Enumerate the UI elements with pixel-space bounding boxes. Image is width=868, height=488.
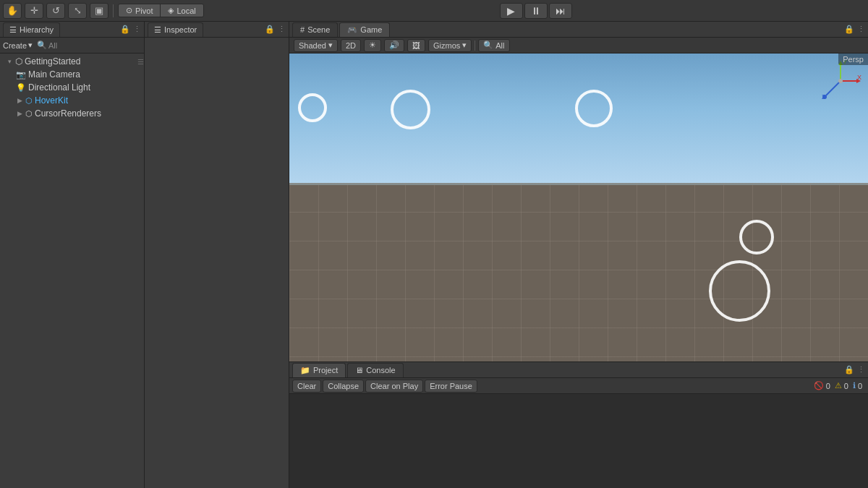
scene-viewport[interactable]: Y X Z Persp: [289, 53, 868, 361]
cursor-renderers-label: CursorRenderers: [35, 108, 101, 119]
top-toolbar: ✋ ✛ ↺ ⤡ ▣ ⊙ Pivot ◈ Local ▶ ⏸ ⏭: [0, 0, 868, 22]
2d-btn[interactable]: 2D: [341, 39, 361, 52]
scene-lock-icon[interactable]: 🔒: [844, 25, 854, 34]
project-tab-label: Project: [313, 366, 338, 374]
inspector-menu-icon: ☰: [154, 25, 161, 35]
clear-button[interactable]: Clear: [292, 380, 321, 393]
hierarchy-lock-icon[interactable]: 🔒: [120, 25, 130, 34]
camera-icon: 📷: [16, 70, 26, 80]
hierarchy-toolbar: Create ▾ 🔍 All: [0, 38, 144, 53]
axis-gizmo: Y X Z: [819, 59, 862, 105]
hierarchy-tab-label: Hierarchy: [20, 25, 54, 34]
collapse-button[interactable]: Collapse: [323, 380, 364, 393]
scene-icon: ⬡: [15, 56, 22, 67]
error-icon: 🚫: [814, 381, 824, 390]
hierarchy-tab-actions: 🔒 ⋮: [120, 25, 141, 34]
scene-toolbar-sep: [475, 40, 475, 51]
pivot-label: Pivot: [135, 7, 153, 15]
audio-btn[interactable]: 🔊: [384, 39, 404, 52]
image-effects-btn[interactable]: 🖼: [407, 39, 425, 52]
search-scene-btn[interactable]: 🔍 All: [478, 39, 509, 52]
console-counts: 🚫 0 ⚠ 0 ℹ 0: [814, 381, 865, 390]
warning-icon: ⚠: [835, 381, 842, 390]
hierarchy-more-icon[interactable]: ⋮: [133, 25, 141, 34]
hierarchy-scene-root[interactable]: ▾ ⬡ GettingStarted ☰: [0, 55, 144, 68]
inspector-panel: ☰ Inspector 🔒 ⋮: [145, 22, 289, 488]
rect-tool-btn[interactable]: ▣: [90, 3, 109, 19]
gizmos-btn[interactable]: Gizmos ▾: [428, 39, 472, 52]
hierarchy-tab[interactable]: ☰ Hierarchy: [3, 22, 60, 37]
pause-button[interactable]: ⏸: [524, 3, 548, 19]
bottom-lock-icon[interactable]: 🔒: [844, 365, 854, 374]
hierarchy-item-hoverkit[interactable]: ▶ ⬡ HoverKit: [0, 94, 144, 107]
create-label: Create: [3, 41, 27, 50]
move-tool-btn[interactable]: ✛: [25, 3, 43, 19]
local-btn[interactable]: ◈ Local: [161, 4, 203, 17]
hierarchy-item-main-camera[interactable]: 📷 Main Camera: [0, 68, 144, 81]
ring-3: [575, 90, 613, 127]
pivot-btn[interactable]: ⊙ Pivot: [119, 4, 161, 17]
gizmos-dropdown-icon: ▾: [462, 40, 467, 50]
error-pause-button[interactable]: Error Pause: [425, 380, 477, 393]
2d-label: 2D: [346, 41, 356, 50]
inspector-tab[interactable]: ☰ Inspector: [148, 22, 203, 37]
lighting-btn[interactable]: ☀: [364, 39, 381, 52]
search-scene-icon: 🔍: [483, 40, 493, 50]
inspector-lock-icon[interactable]: 🔒: [265, 25, 275, 34]
hand-tool-btn[interactable]: ✋: [3, 3, 22, 19]
shading-label: Shaded: [299, 41, 326, 50]
game-tab-label: Game: [360, 25, 382, 34]
scene-game-area: # Scene 🎮 Game 🔒 ⋮ Shaded ▾: [289, 22, 868, 361]
play-button[interactable]: ▶: [500, 3, 523, 19]
sun-icon: ☀: [369, 40, 376, 50]
inspector-tab-actions: 🔒 ⋮: [265, 25, 286, 34]
sky-background: [289, 53, 868, 192]
error-count-value: 0: [826, 382, 830, 390]
hierarchy-item-cursor-renderers[interactable]: ▶ ⬡ CursorRenderers: [0, 107, 144, 120]
game-tab[interactable]: 🎮 Game: [339, 22, 390, 37]
main-layout: ☰ Hierarchy 🔒 ⋮ Create ▾ 🔍 All ▾ ⬡: [0, 22, 868, 488]
bottom-more-icon[interactable]: ⋮: [857, 365, 865, 374]
info-count-value: 0: [858, 382, 862, 390]
info-count: ℹ 0: [853, 381, 862, 390]
scene-name: GettingStarted: [25, 56, 80, 67]
scene-hash-icon: #: [300, 25, 305, 34]
scene-tab[interactable]: # Scene: [292, 22, 338, 37]
local-label: Local: [176, 7, 195, 15]
hierarchy-create-btn[interactable]: Create ▾: [3, 40, 33, 50]
image-icon: 🖼: [412, 41, 420, 50]
local-icon: ◈: [168, 6, 174, 15]
scene-game-tabs: # Scene 🎮 Game 🔒 ⋮: [289, 22, 868, 38]
scene-more-icon[interactable]: ⋮: [857, 25, 865, 34]
hierarchy-search-all[interactable]: 🔍 All: [37, 40, 57, 50]
cursor-icon: ⬡: [25, 109, 33, 119]
error-pause-label: Error Pause: [430, 382, 472, 390]
clear-on-play-button[interactable]: Clear on Play: [365, 380, 423, 393]
inspector-more-icon[interactable]: ⋮: [278, 25, 286, 34]
shading-btn[interactable]: Shaded ▾: [294, 39, 338, 52]
ring-4: [709, 260, 770, 322]
error-count: 🚫 0: [814, 381, 830, 390]
project-tab[interactable]: 📁 Project: [292, 363, 346, 377]
toolbar-separator-1: [113, 4, 114, 17]
bottom-tabs: 📁 Project 🖥 Console 🔒 ⋮: [289, 362, 868, 378]
rotate-tool-btn[interactable]: ↺: [46, 3, 65, 19]
ring-2: [391, 90, 430, 129]
scale-tool-btn[interactable]: ⤡: [68, 3, 87, 19]
inspector-content: [145, 38, 289, 488]
project-icon: 📁: [300, 366, 310, 375]
directional-light-label: Directional Light: [28, 82, 90, 93]
cursor-renderers-arrow: ▶: [16, 110, 23, 117]
console-tab[interactable]: 🖥 Console: [347, 363, 403, 377]
bottom-panel: 📁 Project 🖥 Console 🔒 ⋮ Clear Col: [289, 361, 868, 488]
hierarchy-item-directional-light[interactable]: 💡 Directional Light: [0, 81, 144, 94]
hierarchy-panel: ☰ Hierarchy 🔒 ⋮ Create ▾ 🔍 All ▾ ⬡: [0, 22, 145, 488]
search-icon: 🔍: [37, 40, 47, 50]
shading-dropdown-icon: ▾: [328, 40, 333, 50]
pivot-local-group: ⊙ Pivot ◈ Local: [118, 4, 204, 17]
scene-menu-icon[interactable]: ☰: [137, 58, 144, 66]
console-content: [289, 394, 868, 488]
scene-tab-label: Scene: [307, 25, 330, 34]
step-button[interactable]: ⏭: [549, 3, 572, 19]
info-icon: ℹ: [853, 381, 856, 390]
